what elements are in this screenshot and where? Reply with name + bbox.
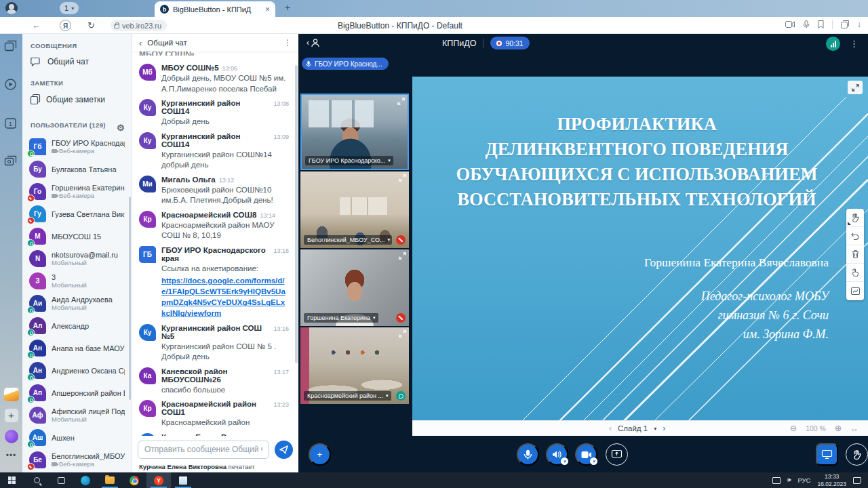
minimize-presentation-button[interactable] bbox=[816, 443, 838, 466]
webcam-fullscreen-icon[interactable] bbox=[399, 174, 406, 184]
audio-button[interactable]: ▾ bbox=[546, 443, 568, 466]
pan-tool-button[interactable] bbox=[846, 209, 864, 227]
slide-number-label[interactable]: Слайд 1 bbox=[618, 424, 648, 432]
webcam-fullscreen-icon[interactable] bbox=[399, 252, 406, 262]
pointer-tool-button[interactable] bbox=[846, 264, 864, 282]
webcam-tile[interactable]: Белоглинский_МБОУ_СО...▾ bbox=[300, 171, 409, 248]
browser-tab[interactable]: b BigBlueButton - КППиД × bbox=[155, 1, 275, 17]
fit-width-button[interactable]: ↔ bbox=[850, 424, 859, 433]
new-tab-button[interactable]: + bbox=[282, 3, 293, 14]
user-list-item[interactable]: Ап Апшеронский район ВСОШ №1 bbox=[22, 382, 132, 404]
bookmark-icon[interactable] bbox=[818, 20, 824, 28]
user-list-item[interactable]: Ан Анапа на базе МАОУ СОШ 6 bbox=[22, 337, 132, 359]
camera-toolbar-icon[interactable] bbox=[785, 21, 795, 28]
webcam-label[interactable]: Белоглинский_МБОУ_СО...▾ bbox=[304, 235, 392, 245]
actions-plus-button[interactable]: + bbox=[309, 443, 331, 466]
webcam-label[interactable]: ГБОУ ИРО Краснодарско...▾ bbox=[305, 156, 393, 165]
screenshot-icon[interactable] bbox=[5, 156, 18, 169]
user-list-item[interactable]: З 3 Мобильный bbox=[22, 270, 132, 292]
user-list-item[interactable]: Гу Гузева Светлана Викторовна bbox=[22, 203, 132, 225]
sidebar-item-shared-notes[interactable]: Общие заметки bbox=[22, 89, 132, 109]
taskbar-explorer[interactable] bbox=[98, 472, 122, 488]
language-indicator[interactable]: РУС bbox=[797, 476, 810, 484]
chat-back-icon[interactable]: ‹ bbox=[139, 38, 142, 48]
user-list-item[interactable]: Аш Ашхен bbox=[22, 426, 132, 449]
reload-icon[interactable]: ↻ bbox=[85, 20, 97, 31]
chat-options-icon[interactable]: ⋮ bbox=[283, 38, 292, 47]
taskbar-chrome[interactable] bbox=[122, 472, 146, 488]
message-link[interactable]: https://docs.google.com/forms/d/e/1FAIpQ… bbox=[161, 275, 289, 319]
chat-message-input[interactable] bbox=[138, 441, 269, 459]
manage-users-gear-icon[interactable]: ⚙ bbox=[117, 123, 125, 133]
webcam-tile[interactable]: Горшенина Екатерина▾ bbox=[300, 249, 409, 326]
mic-toolbar-icon[interactable] bbox=[803, 20, 810, 28]
start-button[interactable] bbox=[0, 472, 24, 488]
user-list-item[interactable]: Го Горшенина Екатерина Веб-камера bbox=[22, 180, 132, 203]
user-list-item[interactable]: Аи Аида Андрухаева Мобильный bbox=[22, 292, 132, 314]
rail-more-icon[interactable]: ••• bbox=[6, 451, 17, 460]
raise-hand-button[interactable] bbox=[846, 443, 868, 466]
notification-center-icon[interactable] bbox=[853, 477, 861, 484]
user-list-item[interactable]: Гб ГБОУ ИРО Краснодарског... (Вы) Веб-ка… bbox=[22, 136, 132, 158]
draw-tool-button[interactable] bbox=[846, 282, 864, 300]
webcam-button[interactable]: ▾ bbox=[575, 443, 597, 466]
network-tray-icon[interactable] bbox=[772, 477, 781, 484]
webcam-fullscreen-icon[interactable] bbox=[397, 98, 405, 107]
webcam-label[interactable]: Красноармейский район ...▾ bbox=[304, 391, 391, 401]
webcam-label[interactable]: Горшенина Екатерина▾ bbox=[304, 313, 378, 323]
presentation-fullscreen-button[interactable] bbox=[848, 81, 863, 94]
rail-add-icon[interactable]: + bbox=[5, 409, 18, 422]
tab-counter-icon[interactable]: 1 bbox=[5, 118, 18, 131]
user-list-item[interactable]: N nkotsurova@mail.ru Мобильный bbox=[22, 247, 132, 270]
slide-select-chevron-icon[interactable]: ▾ bbox=[654, 426, 656, 432]
zoom-out-button[interactable]: ⊖ bbox=[790, 424, 797, 433]
user-list-item[interactable]: Аф Афипский лицей Подколзина Мобильный bbox=[22, 404, 132, 426]
yandex-button-icon[interactable]: Я bbox=[60, 20, 71, 31]
user-list-item[interactable]: Бе Белоглинский_МБОУ_СОШ 9 Веб-камера bbox=[22, 449, 132, 471]
user-list-item[interactable]: Ал Александр bbox=[22, 314, 132, 337]
zoom-in-button[interactable]: ⊕ bbox=[835, 424, 842, 433]
browser-profile-avatar[interactable] bbox=[5, 2, 18, 14]
tab-group-chip[interactable]: 1 ▾ bbox=[60, 2, 79, 14]
user-list-item[interactable]: М МБОУСОШ 15 bbox=[22, 225, 132, 247]
prev-slide-button[interactable]: ‹ bbox=[609, 424, 612, 433]
task-view-button[interactable] bbox=[49, 472, 73, 488]
webcam-options-chevron[interactable]: ▾ bbox=[590, 458, 597, 465]
tab-close-icon[interactable]: × bbox=[265, 5, 270, 14]
mute-button[interactable] bbox=[517, 443, 539, 466]
send-message-button[interactable] bbox=[275, 441, 293, 459]
taskbar-notes[interactable] bbox=[171, 472, 195, 488]
chat-scrollbar[interactable] bbox=[295, 65, 298, 363]
sidebar-item-public-chat[interactable]: Общий чат bbox=[22, 52, 132, 71]
webcam-tile[interactable]: Красноармейский район ...▾ bbox=[300, 327, 409, 404]
toggle-userlist-button[interactable]: ‹ bbox=[307, 38, 320, 47]
screenshare-button[interactable] bbox=[606, 443, 628, 466]
talking-indicator[interactable]: ГБОУ ИРО Краснод... bbox=[302, 58, 389, 70]
options-kebab-icon[interactable]: ⋮ bbox=[850, 39, 859, 49]
slide[interactable]: ПРОФИЛАКТИКА ДЕЛИНКВЕНТНОГО ПОВЕДЕНИЯ ОБ… bbox=[412, 77, 868, 420]
panels-icon[interactable] bbox=[5, 41, 18, 54]
back-icon[interactable]: ← bbox=[31, 20, 42, 31]
alice-assistant-icon[interactable] bbox=[5, 430, 18, 443]
user-list-item[interactable]: Ан Андриенко Оксана Срочьевна bbox=[22, 359, 132, 382]
taskbar-edge[interactable] bbox=[73, 472, 98, 488]
taskbar-yandex-browser[interactable]: Y bbox=[146, 472, 171, 488]
users-scrollbar[interactable] bbox=[129, 197, 131, 400]
volume-tray-icon[interactable]: 🕪 bbox=[787, 476, 791, 484]
connection-status-button[interactable] bbox=[826, 37, 840, 51]
audio-options-chevron[interactable]: ▾ bbox=[561, 458, 568, 465]
webcam-tile[interactable]: ГБОУ ИРО Краснодарско...▾ bbox=[300, 94, 409, 170]
undo-button[interactable] bbox=[846, 227, 864, 245]
address-bar[interactable]: veb.iro23.ru bbox=[111, 20, 167, 31]
taskbar-clock[interactable]: 13:33 16.02.2023 bbox=[817, 473, 846, 487]
next-slide-button[interactable]: › bbox=[663, 424, 665, 433]
download-icon[interactable]: ↓ bbox=[857, 20, 861, 29]
yandex-mail-icon[interactable] bbox=[4, 388, 19, 401]
clear-annotations-button[interactable] bbox=[846, 245, 864, 264]
play-circle-icon[interactable] bbox=[5, 79, 18, 92]
webcam-fullscreen-icon[interactable] bbox=[399, 330, 406, 340]
collections-icon[interactable] bbox=[841, 20, 849, 28]
taskbar-search-button[interactable] bbox=[24, 472, 49, 488]
recording-indicator[interactable]: 90:31 bbox=[490, 37, 529, 49]
user-list-item[interactable]: Бу Булгакова Татьяна bbox=[22, 158, 132, 180]
